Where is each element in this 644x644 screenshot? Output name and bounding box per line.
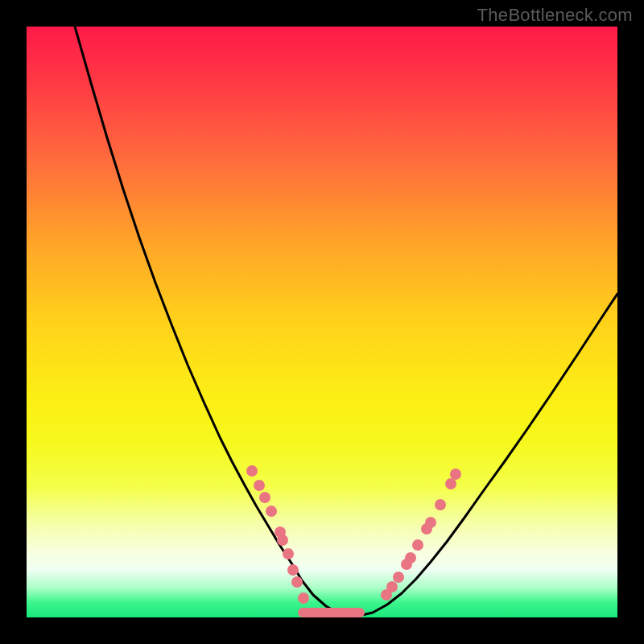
svg-point-6 [277,535,288,546]
plateau-bar [298,608,365,617]
svg-point-1 [246,465,258,477]
svg-point-15 [405,552,416,564]
svg-point-4 [266,506,277,517]
svg-point-10 [298,592,309,604]
svg-point-19 [435,499,446,510]
svg-point-3 [259,492,270,503]
svg-point-20 [445,478,456,489]
svg-point-13 [393,572,404,583]
plot-area [27,27,617,617]
watermark-text: TheBottleneck.com [477,5,633,26]
bottleneck-curve [75,27,617,616]
svg-point-18 [425,517,436,528]
svg-point-12 [386,581,398,592]
svg-point-9 [291,576,303,588]
chart-frame: TheBottleneck.com [0,0,644,644]
svg-point-2 [254,480,265,491]
svg-point-16 [412,539,423,551]
svg-rect-0 [298,608,365,617]
data-markers [246,465,461,604]
chart-svg [27,27,617,617]
svg-point-8 [287,564,299,576]
svg-point-21 [450,469,461,480]
svg-point-7 [283,548,294,559]
